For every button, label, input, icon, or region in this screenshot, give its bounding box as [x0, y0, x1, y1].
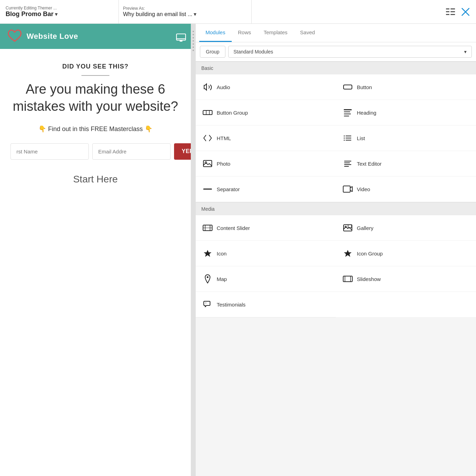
module-separator[interactable]: Separator	[196, 176, 336, 202]
start-here-text: Start Here	[10, 174, 180, 185]
right-panel: Modules Rows Templates Saved Group Stand…	[196, 24, 476, 476]
svg-marker-40	[204, 250, 211, 257]
standard-modules-label: Standard Modules	[233, 49, 273, 55]
module-separator-label: Separator	[217, 186, 240, 192]
text-editor-icon	[343, 159, 353, 168]
module-testimonials[interactable]: " Testimonials	[196, 292, 336, 317]
module-photo[interactable]: Photo	[196, 151, 336, 176]
module-icon[interactable]: Icon	[196, 241, 336, 266]
module-testimonials-label: Testimonials	[217, 302, 246, 308]
list-view-button[interactable]	[446, 8, 455, 16]
svg-rect-2	[446, 11, 449, 12]
preview-dropdown[interactable]: Why building an email list ... ▾	[123, 11, 247, 17]
module-icon-label: Icon	[217, 251, 226, 257]
svg-rect-25	[203, 160, 212, 167]
svg-point-23	[344, 140, 345, 141]
module-icon-group-label: Icon Group	[357, 251, 383, 257]
svg-rect-10	[180, 40, 182, 42]
list-icon	[446, 8, 455, 16]
svg-rect-11	[344, 85, 352, 89]
tab-modules[interactable]: Modules	[199, 24, 232, 42]
button-icon	[343, 82, 353, 92]
module-text-editor-label: Text Editor	[357, 161, 382, 167]
editing-dropdown[interactable]: Blog Promo Bar ▾	[6, 10, 114, 18]
module-audio[interactable]: Audio	[196, 74, 336, 100]
site-cta-text: 👇 Find out in this FREE Masterclass 👇	[10, 125, 180, 133]
panel-tabs: Modules Rows Templates Saved	[196, 24, 476, 42]
filter-row: Group Standard Modules ▾	[196, 42, 476, 62]
module-slideshow-label: Slideshow	[357, 276, 381, 282]
list-icon	[343, 133, 353, 143]
preview-chevron-icon: ▾	[194, 11, 196, 17]
svg-point-21	[344, 138, 345, 139]
svg-rect-39	[348, 225, 352, 228]
basic-modules-grid: Audio Button Button Group	[196, 74, 476, 202]
editing-label: Currently Editing Themer ...	[6, 6, 114, 10]
module-button-group[interactable]: Button Group	[196, 100, 336, 125]
tab-templates[interactable]: Templates	[257, 24, 294, 42]
email-input[interactable]	[92, 143, 171, 160]
module-button[interactable]: Button	[336, 74, 476, 100]
name-input[interactable]	[10, 143, 89, 160]
module-button-group-label: Button Group	[217, 110, 248, 116]
standard-modules-chevron-icon: ▾	[464, 49, 467, 55]
module-content-slider-label: Content Slider	[217, 225, 250, 231]
editing-name: Blog Promo Bar	[6, 10, 53, 18]
editing-chevron-icon: ▾	[55, 11, 58, 17]
preview-icon	[176, 33, 186, 42]
module-audio-label: Audio	[217, 84, 230, 90]
module-html[interactable]: HTML	[196, 125, 336, 151]
svg-rect-4	[446, 14, 449, 15]
module-html-label: HTML	[217, 135, 231, 141]
button-group-icon	[203, 108, 212, 117]
module-text-editor[interactable]: Text Editor	[336, 151, 476, 176]
site-logo-icon	[7, 29, 22, 44]
module-video[interactable]: Video	[336, 176, 476, 202]
svg-point-19	[344, 136, 345, 137]
submit-button[interactable]: YEP, I'M IN!	[174, 143, 191, 160]
top-bar-actions	[440, 0, 476, 23]
module-video-label: Video	[357, 186, 370, 192]
tab-saved[interactable]: Saved	[294, 24, 322, 42]
module-heading[interactable]: Heading	[336, 100, 476, 125]
svg-text:": "	[205, 302, 207, 305]
icon-group-icon	[343, 248, 353, 258]
module-slideshow[interactable]: Slideshow	[336, 266, 476, 292]
svg-rect-43	[343, 276, 352, 282]
site-content: DID YOU SEE THIS? Are you making these 6…	[0, 49, 191, 199]
site-header: Website Love	[0, 24, 191, 49]
svg-point-42	[207, 276, 209, 278]
svg-rect-8	[176, 34, 186, 40]
drag-strip	[191, 24, 196, 476]
preview-info: Preview As: Why building an email list .…	[119, 0, 252, 23]
svg-rect-3	[450, 11, 455, 12]
svg-marker-41	[344, 250, 352, 257]
module-gallery[interactable]: Gallery	[336, 215, 476, 241]
standard-modules-select[interactable]: Standard Modules ▾	[228, 46, 472, 58]
tab-rows[interactable]: Rows	[232, 24, 258, 42]
module-content-slider[interactable]: Content Slider	[196, 215, 336, 241]
separator-icon	[203, 184, 212, 194]
module-map[interactable]: Map	[196, 266, 336, 292]
group-button[interactable]: Group	[200, 46, 225, 58]
icon-icon	[203, 248, 212, 258]
modules-list: Basic Audio Button Button	[196, 62, 476, 476]
module-icon-group[interactable]: Icon Group	[336, 241, 476, 266]
site-form: YEP, I'M IN!	[10, 143, 180, 160]
preview-toggle-button[interactable]	[171, 28, 191, 48]
site-headline: DID YOU SEE THIS?	[10, 63, 180, 70]
svg-rect-32	[343, 186, 350, 192]
section-basic: Basic	[196, 62, 476, 74]
top-bar: Currently Editing Themer ... Blog Promo …	[0, 0, 476, 24]
editing-info: Currently Editing Themer ... Blog Promo …	[0, 0, 119, 23]
html-icon	[203, 133, 212, 143]
video-icon	[343, 184, 353, 194]
site-subheading: Are you making these 6 mistakes with you…	[10, 81, 180, 115]
module-list[interactable]: List	[336, 125, 476, 151]
module-button-label: Button	[357, 84, 372, 90]
close-button[interactable]	[461, 7, 470, 17]
module-photo-label: Photo	[217, 161, 230, 167]
content-slider-icon	[203, 223, 212, 233]
module-gallery-label: Gallery	[357, 225, 374, 231]
preview-area: Website Love DID YOU SEE THIS? Are you m…	[0, 24, 191, 476]
